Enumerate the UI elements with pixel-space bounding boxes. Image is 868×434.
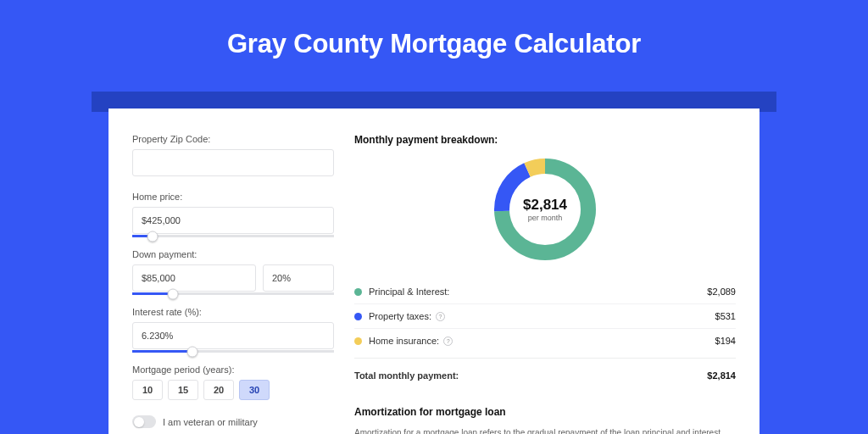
down-payment-slider[interactable] (132, 292, 334, 295)
inputs-column: Property Zip Code: Home price: Down paym… (132, 134, 334, 434)
rate-slider[interactable] (132, 350, 334, 353)
legend-label: Home insurance:? (369, 336, 715, 346)
period-button-30[interactable]: 30 (239, 380, 270, 400)
legend-value: $194 (715, 336, 736, 346)
legend-value: $2,089 (707, 287, 736, 297)
rate-input[interactable] (132, 322, 334, 349)
donut-chart: $2,814 per month (354, 158, 736, 261)
zip-label: Property Zip Code: (132, 134, 334, 144)
veteran-row: I am veteran or military (132, 415, 334, 428)
period-block: Mortgage period (years): 10152030 (132, 364, 334, 400)
period-button-20[interactable]: 20 (203, 380, 234, 400)
total-label: Total monthly payment: (354, 370, 707, 381)
period-button-10[interactable]: 10 (132, 380, 163, 400)
legend-value: $531 (715, 311, 736, 321)
breakdown-column: Monthly payment breakdown: $2,814 per mo… (354, 134, 736, 434)
info-icon[interactable]: ? (443, 337, 453, 346)
home-price-block: Home price: (132, 192, 334, 234)
veteran-label: I am veteran or military (163, 417, 258, 427)
amortization-text: Amortization for a mortgage loan refers … (354, 426, 736, 434)
period-button-15[interactable]: 15 (168, 380, 198, 400)
divider (354, 358, 736, 359)
home-price-input[interactable] (132, 207, 334, 234)
down-payment-input[interactable] (132, 264, 256, 292)
legend-dot (354, 313, 362, 320)
legend-row: Principal & Interest:$2,089 (354, 280, 736, 303)
legend-dot (354, 337, 362, 345)
donut-sub: per month (528, 214, 563, 222)
rate-block: Interest rate (%): (132, 307, 334, 349)
legend-label: Property taxes:? (369, 311, 715, 321)
page-title: Gray County Mortgage Calculator (0, 0, 868, 78)
calculator-panel: Property Zip Code: Home price: Down paym… (108, 108, 760, 434)
home-price-label: Home price: (132, 192, 334, 202)
home-price-slider[interactable] (132, 235, 334, 237)
total-value: $2,814 (707, 370, 736, 381)
zip-block: Property Zip Code: (132, 134, 334, 176)
veteran-toggle[interactable] (132, 415, 156, 428)
rate-label: Interest rate (%): (132, 307, 334, 317)
down-payment-block: Down payment: (132, 249, 334, 292)
period-options: 10152030 (132, 380, 334, 400)
legend-dot (354, 288, 362, 296)
breakdown-title: Monthly payment breakdown: (354, 134, 736, 146)
zip-input[interactable] (132, 149, 334, 176)
info-icon[interactable]: ? (436, 312, 445, 321)
legend-row: Home insurance:?$194 (354, 328, 736, 353)
legend: Principal & Interest:$2,089Property taxe… (354, 280, 736, 353)
donut-amount: $2,814 (523, 197, 567, 214)
amortization-title: Amortization for mortgage loan (354, 406, 736, 418)
down-payment-label: Down payment: (132, 249, 334, 259)
legend-row: Property taxes:?$531 (354, 303, 736, 328)
period-label: Mortgage period (years): (132, 364, 334, 375)
legend-label: Principal & Interest: (369, 287, 707, 297)
down-payment-pct-input[interactable] (263, 264, 334, 292)
